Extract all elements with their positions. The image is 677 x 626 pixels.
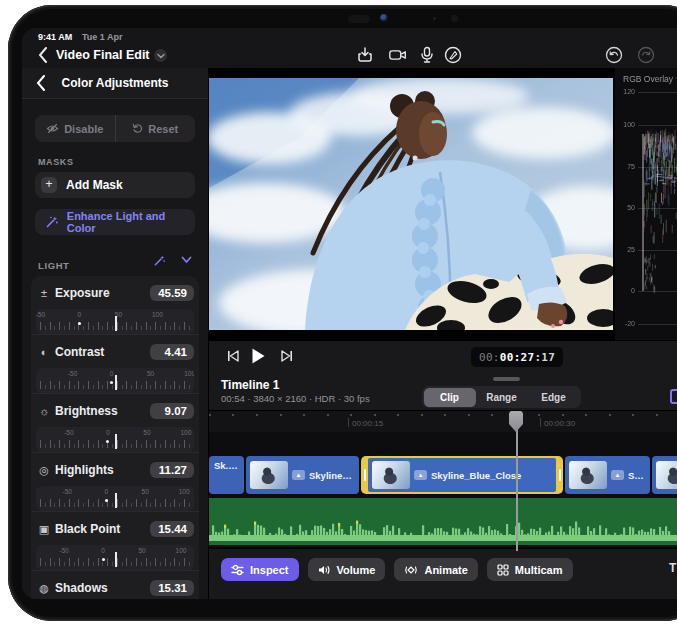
ruler-label: 50 — [143, 429, 150, 436]
mic-dot — [433, 17, 436, 20]
slider-ruler[interactable]: -50050100 — [36, 427, 194, 452]
timecode-main: 00:27 — [500, 351, 535, 364]
audio-track[interactable] — [209, 498, 677, 545]
reset-button[interactable]: Reset — [115, 115, 196, 142]
mode-edge[interactable]: Edge — [528, 388, 580, 407]
ruler-label: -50 — [36, 311, 45, 318]
slider-black-point[interactable]: ▣ Black Point 15.44 -50050100 — [31, 511, 199, 570]
project-title[interactable]: Video Final Edit — [56, 48, 150, 62]
timeline-drag-handle[interactable] — [493, 377, 520, 381]
timeline-clip[interactable]: ▲Skyline_Blue_Wide — [246, 456, 359, 494]
slider-shadows[interactable]: ◍ Shadows 15.31 -50050100 — [31, 570, 199, 599]
clip-thumbnail — [250, 461, 288, 489]
clipped-control-icon[interactable] — [670, 389, 677, 404]
inspect-icon — [231, 564, 244, 576]
redo-icon[interactable] — [636, 46, 656, 64]
volume-button[interactable]: Volume — [308, 558, 386, 581]
enhance-label: Enhance Light and Color — [67, 210, 195, 234]
video-preview[interactable] — [209, 68, 613, 340]
light-sliders-card: ± Exposure 45.59 -50050100 ◐ Contrast 4.… — [31, 276, 199, 599]
add-mask-button[interactable]: + Add Mask — [35, 172, 195, 198]
slider-value[interactable]: 45.59 — [150, 285, 194, 301]
clip-thumbnail — [656, 461, 677, 489]
slider-exposure[interactable]: ± Exposure 45.59 -50050100 — [31, 276, 199, 334]
slider-name: Exposure — [55, 286, 150, 300]
timeline-clip[interactable]: ▲ — [652, 456, 677, 494]
image-icon: ▲ — [292, 470, 305, 480]
trim-handle-left[interactable] — [364, 469, 366, 481]
pencil-tool-icon[interactable] — [443, 46, 463, 64]
mode-clip[interactable]: Clip — [424, 388, 476, 407]
ruler-label: 50 — [142, 488, 149, 495]
skip-forward-icon[interactable] — [281, 349, 293, 363]
play-icon[interactable] — [251, 347, 266, 365]
button-label: Volume — [337, 564, 376, 576]
main-area: Color Adjustments Disable — [22, 68, 677, 599]
clip-label: S...... — [628, 470, 650, 481]
button-label: Animate — [424, 564, 467, 576]
timeline-clip[interactable]: ▲S...... — [565, 456, 650, 494]
clip-label: Skyline_Blue_Wide — [309, 470, 359, 481]
timecode-display[interactable]: 00:00:27:17 — [471, 347, 563, 367]
ruler-label: 0 — [110, 370, 114, 377]
slider-brightness[interactable]: ☼ Brightness 9.07 -50050100 — [31, 393, 199, 452]
inspect-button[interactable]: Inspect — [221, 558, 299, 581]
trim-handle-right[interactable] — [559, 469, 561, 481]
slider-value[interactable]: 11.27 — [150, 462, 194, 478]
skip-back-icon[interactable] — [227, 349, 239, 363]
brightness-icon: ☼ — [36, 405, 52, 417]
front-camera-icon — [380, 14, 388, 22]
timecode-hours: 00: — [479, 351, 500, 364]
bottom-toolbar: InspectVolumeAnimateMulticam T — [209, 548, 677, 599]
ruler-label: -50 — [68, 370, 77, 377]
playhead-line[interactable] — [516, 414, 518, 551]
mode-range[interactable]: Range — [476, 388, 528, 407]
add-mask-label: Add Mask — [66, 178, 123, 192]
ruler-label: 0 — [78, 311, 82, 318]
ruler-label: 100 — [180, 429, 191, 436]
screenshot-root: { "device": { "status_time": "9:41 AM", … — [0, 0, 677, 626]
slider-highlights[interactable]: ◎ Highlights 11.27 -50050100 — [31, 452, 199, 511]
contrast-icon: ◐ — [36, 346, 52, 358]
panel-title: Color Adjustments — [22, 76, 208, 90]
exposure-icon: ± — [36, 287, 52, 299]
reset-icon — [132, 123, 143, 134]
back-icon[interactable] — [38, 47, 48, 63]
status-bar: 9:41 AM Tue 1 Apr — [22, 28, 677, 43]
slider-contrast[interactable]: ◐ Contrast 4.41 -50050100 — [31, 334, 199, 393]
undo-icon[interactable] — [604, 46, 624, 64]
ruler-time-tick — [348, 418, 349, 427]
timeline-clip-selected[interactable]: ▲Skyline_Blue_Close — [361, 456, 563, 494]
slider-value[interactable]: 9.07 — [150, 403, 194, 419]
enhance-light-color-button[interactable]: Enhance Light and Color — [35, 209, 195, 235]
timeline-clip[interactable]: Sk...... — [209, 456, 244, 494]
slider-ruler[interactable]: -50050100 — [36, 545, 194, 570]
ruler-label: 50 — [147, 370, 154, 377]
slider-value[interactable]: 15.44 — [150, 521, 194, 537]
clip-label: Skyline_Blue_Close — [431, 470, 525, 481]
slider-ruler[interactable]: -50050100 — [36, 309, 194, 334]
animate-button[interactable]: Animate — [394, 558, 477, 581]
slider-value[interactable]: 4.41 — [150, 344, 194, 360]
import-media-icon[interactable] — [355, 46, 375, 64]
eye-slash-icon — [46, 123, 59, 134]
ipad-device: 9:41 AM Tue 1 Apr Video Final Edit — [8, 5, 677, 621]
multicam-button[interactable]: Multicam — [487, 558, 573, 581]
collapse-chevron-icon[interactable] — [181, 256, 192, 264]
slider-ruler[interactable]: -50050100 — [36, 368, 194, 393]
disable-button[interactable]: Disable — [35, 115, 115, 142]
record-video-icon[interactable] — [388, 46, 408, 64]
auto-enhance-icon[interactable] — [153, 254, 166, 267]
microphone-icon[interactable] — [417, 46, 437, 64]
clip-thumbnail — [569, 461, 607, 489]
multicam-icon — [497, 564, 509, 576]
light-section-label: LIGHT — [38, 260, 70, 271]
timeline-ruler[interactable]: 00:00:1500:00:30 — [209, 410, 677, 433]
slider-ruler[interactable]: -50050100 — [36, 486, 194, 511]
transport-bar: 00:00:27:17 — [209, 340, 677, 374]
black-point-icon: ▣ — [36, 523, 52, 536]
title-dropdown-button[interactable] — [154, 49, 167, 62]
timecode-frames: :17 — [534, 351, 555, 364]
slider-value[interactable]: 15.31 — [150, 580, 194, 596]
light-section-header[interactable]: LIGHT — [38, 255, 192, 269]
